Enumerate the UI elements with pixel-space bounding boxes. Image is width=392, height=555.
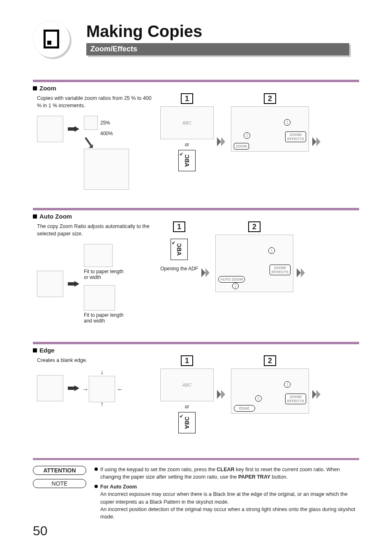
page-header: Making Copies Zoom/Effects xyxy=(33,21,359,62)
control-panel-screen: 1 2 ZOOM/ EFFECTS ZOOM xyxy=(231,106,309,152)
notes-section: ATTENTION NOTE If using the keypad to se… xyxy=(33,458,359,522)
step-number: 1 xyxy=(181,355,193,366)
arrow-icon xyxy=(67,281,80,287)
section-title: Zoom xyxy=(39,85,56,92)
header-icon xyxy=(33,21,74,62)
control-panel-screen: 1 2 ZOOM/ EFFECTS AUTO ZOOM xyxy=(215,235,293,292)
zoom-effects-button-label: ZOOM/ EFFECTS xyxy=(285,131,306,142)
section-desc: Creates a blank edge. xyxy=(33,355,152,368)
svg-marker-7 xyxy=(201,268,205,277)
enlarged-illustration xyxy=(84,149,129,190)
svg-marker-2 xyxy=(217,137,221,146)
svg-marker-15 xyxy=(316,390,321,399)
svg-marker-11 xyxy=(68,385,79,391)
chevron-right-icon xyxy=(297,267,307,279)
edged-illustration xyxy=(89,376,115,402)
chevron-right-icon xyxy=(217,388,228,401)
page-number: 50 xyxy=(33,523,48,539)
page-subtitle: Zoom/Effects xyxy=(86,43,349,55)
section-title: Edge xyxy=(39,347,55,354)
arrow-icon xyxy=(67,385,80,391)
reduced-illustration xyxy=(84,116,98,130)
control-panel-screen: 1 2 ZOOM/ EFFECTS EDGE xyxy=(231,368,309,414)
svg-marker-12 xyxy=(217,390,221,399)
zoom-button-label: ZOOM xyxy=(234,143,249,150)
fit-illustration xyxy=(84,285,115,311)
arrow-icon xyxy=(67,126,80,132)
section-title: Auto Zoom xyxy=(39,213,72,220)
fit-illustration xyxy=(84,244,113,267)
svg-marker-8 xyxy=(205,268,210,277)
platen-illustration: ↙ ABC xyxy=(178,412,196,433)
adf-caption: Opening the ADF xyxy=(160,266,198,272)
original-illustration xyxy=(37,116,63,142)
bullet-icon xyxy=(95,467,98,471)
svg-marker-10 xyxy=(301,268,305,277)
attention-text: If using the keypad to set the zoom rati… xyxy=(100,466,359,481)
arrow-left-icon: ← xyxy=(117,386,123,393)
copier-illustration: ABC xyxy=(160,106,214,139)
svg-marker-1 xyxy=(85,137,93,148)
zoom-effects-button-label: ZOOM/ EFFECTS xyxy=(270,265,291,275)
or-label: or xyxy=(185,404,189,410)
callout-1: 1 xyxy=(284,119,291,126)
original-illustration xyxy=(37,375,63,401)
bullet-icon xyxy=(33,348,37,352)
svg-marker-9 xyxy=(297,268,301,277)
step-number: 2 xyxy=(264,355,276,366)
chevron-right-icon xyxy=(312,388,323,401)
arrow-up-icon: ↑ xyxy=(100,401,104,408)
chevron-right-icon xyxy=(201,267,212,279)
callout-1: 1 xyxy=(268,247,275,254)
svg-marker-0 xyxy=(68,126,79,132)
page-title: Making Copies xyxy=(86,22,359,41)
svg-marker-6 xyxy=(68,281,79,287)
step-number: 2 xyxy=(264,93,276,104)
caption: Fit to paper length or width xyxy=(84,269,129,280)
arrow-right-icon: → xyxy=(82,386,89,393)
note-label: NOTE xyxy=(33,479,86,488)
platen-illustration: ↙ ABC xyxy=(171,239,188,260)
svg-marker-3 xyxy=(221,137,225,146)
edge-button-label: EDGE xyxy=(234,405,255,412)
callout-2: 2 xyxy=(232,283,239,289)
section-auto-zoom: Auto Zoom The copy Zoom Ratio adjusts au… xyxy=(33,208,359,324)
step-number: 1 xyxy=(181,93,193,104)
attention-label: ATTENTION xyxy=(33,466,86,475)
callout-1: 1 xyxy=(284,381,291,388)
note-text: For Auto Zoom An incorrect exposure may … xyxy=(100,483,359,520)
bullet-icon xyxy=(95,485,98,488)
zoom-max-label: 400% xyxy=(100,131,113,136)
arrow-down-icon: ↓ xyxy=(100,368,104,376)
zoom-effects-button-label: ZOOM/ EFFECTS xyxy=(285,394,306,404)
chevron-right-icon xyxy=(312,136,323,148)
caption: Fit to paper length and width xyxy=(84,312,133,324)
svg-marker-4 xyxy=(312,137,316,146)
chevron-right-icon xyxy=(217,136,228,148)
svg-marker-14 xyxy=(312,390,316,399)
zoom-min-label: 25% xyxy=(100,120,110,126)
callout-2: 2 xyxy=(244,132,250,139)
platen-illustration: ↙ ABC xyxy=(178,150,196,171)
section-desc: Copies with variable zoom ratios from 25… xyxy=(33,93,152,113)
or-label: or xyxy=(185,142,189,147)
bullet-icon xyxy=(33,86,37,90)
section-zoom: Zoom Copies with variable zoom ratios fr… xyxy=(33,80,359,190)
step-number: 1 xyxy=(173,221,185,232)
svg-marker-5 xyxy=(316,137,321,146)
section-desc: The copy Zoom Ratio adjusts automaticall… xyxy=(33,221,152,242)
svg-marker-13 xyxy=(221,390,225,399)
diagonal-arrow-icon xyxy=(84,137,93,148)
callout-2: 2 xyxy=(255,395,262,402)
original-illustration xyxy=(37,271,63,297)
document-icon xyxy=(44,30,59,48)
copier-illustration: ABC xyxy=(160,368,214,401)
step-number: 2 xyxy=(248,221,261,232)
auto-zoom-button-label: AUTO ZOOM xyxy=(218,276,245,283)
section-edge: Edge Creates a blank edge. ↓ ↑ ← → 1 xyxy=(33,342,359,433)
bullet-icon xyxy=(33,214,37,219)
